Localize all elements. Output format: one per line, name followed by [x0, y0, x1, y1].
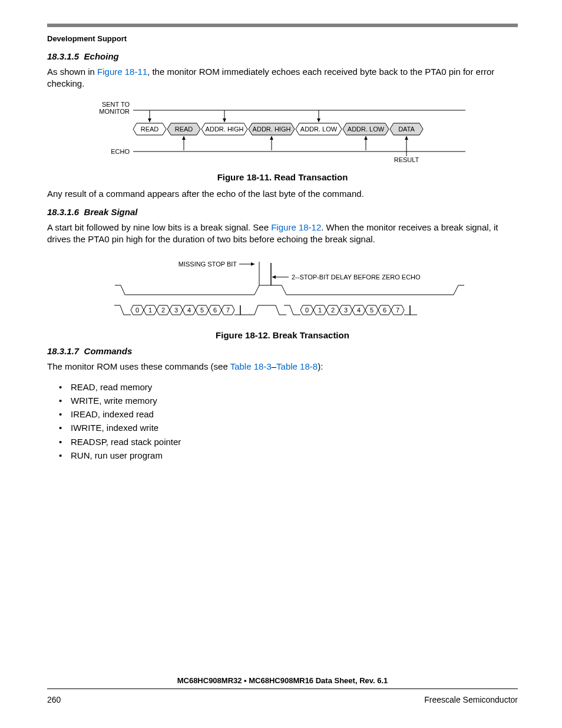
svg-text:5: 5 — [369, 307, 373, 314]
page-header: Development Support — [47, 34, 518, 43]
svg-text:2: 2 — [161, 307, 164, 314]
svg-text:3: 3 — [174, 307, 177, 314]
label-result: RESULT — [394, 156, 419, 163]
svg-text:ADDR. HIGH: ADDR. HIGH — [252, 126, 290, 133]
section-title: Echoing — [84, 51, 119, 61]
label-sent-line2: MONITOR — [99, 108, 130, 115]
svg-text:ADDR. LOW: ADDR. LOW — [300, 126, 337, 133]
text: ): — [318, 361, 323, 371]
section-heading-echoing: 18.3.1.5 Echoing — [47, 51, 518, 61]
label-missing-stop: MISSING STOP BIT — [178, 261, 237, 268]
text: A start bit followed by nine low bits is… — [47, 222, 271, 232]
break-paragraph: A start bit followed by nine low bits is… — [47, 222, 518, 246]
footer-rule — [47, 689, 518, 689]
svg-text:READ: READ — [174, 126, 193, 133]
list-item: IREAD, indexed read — [71, 407, 518, 421]
svg-text:1: 1 — [318, 307, 321, 314]
company-name: Freescale Semiconductor — [424, 695, 518, 704]
table-link-18-8[interactable]: Table 18-8 — [276, 361, 318, 371]
svg-text:6: 6 — [382, 307, 386, 314]
svg-text:5: 5 — [200, 307, 203, 314]
section-heading-break: 18.3.1.6 Break Signal — [47, 207, 518, 217]
label-sent-line1: SENT TO — [101, 101, 130, 108]
footer-title: MC68HC908MR32 • MC68HC908MR16 Data Sheet… — [47, 676, 518, 685]
svg-text:READ: READ — [140, 126, 158, 133]
section-title: Break Signal — [84, 207, 138, 217]
section-num: 18.3.1.6 — [47, 207, 79, 217]
table-link-18-3[interactable]: Table 18-3 — [230, 361, 272, 371]
list-item: RUN, run user program — [71, 449, 518, 462]
svg-text:DATA: DATA — [398, 126, 415, 133]
list-item: WRITE, write memory — [71, 394, 518, 407]
page-footer: MC68HC908MR32 • MC68HC908MR16 Data Sheet… — [47, 676, 518, 704]
svg-text:7: 7 — [226, 307, 229, 314]
svg-text:4: 4 — [356, 307, 360, 314]
svg-text:4: 4 — [187, 307, 190, 314]
figure-18-12: MISSING STOP BIT 2--STOP-BIT DELAY BEFOR… — [47, 253, 518, 324]
svg-text:2: 2 — [330, 307, 334, 314]
figure-caption-18-11: Figure 18-11. Read Transaction — [47, 172, 518, 182]
section-heading-commands: 18.3.1.7 Commands — [47, 346, 518, 356]
text: As shown in — [47, 67, 97, 77]
section-num: 18.3.1.5 — [47, 51, 79, 61]
svg-text:ADDR. LOW: ADDR. LOW — [347, 126, 384, 133]
text: – — [272, 361, 276, 371]
list-item: READ, read memory — [71, 380, 518, 394]
echoing-paragraph: As shown in Figure 18-11, the monitor RO… — [47, 66, 518, 90]
svg-text:ADDR. HIGH: ADDR. HIGH — [205, 126, 243, 133]
list-item: READSP, read stack pointer — [71, 435, 518, 449]
svg-text:1: 1 — [148, 307, 151, 314]
svg-text:0: 0 — [305, 307, 308, 314]
commands-list: READ, read memory WRITE, write memory IR… — [71, 380, 518, 463]
commands-paragraph: The monitor ROM uses these commands (see… — [47, 361, 518, 373]
svg-text:6: 6 — [213, 307, 216, 314]
text: The monitor ROM uses these commands (see — [47, 361, 230, 371]
svg-text:3: 3 — [343, 307, 347, 314]
page-number: 260 — [47, 695, 61, 704]
figure-18-11: SENT TO MONITOR ECHO READREADADDR. HIGHA… — [47, 98, 518, 166]
label-echo: ECHO — [111, 148, 130, 155]
svg-text:0: 0 — [135, 307, 138, 314]
label-delay: 2--STOP-BIT DELAY BEFORE ZERO ECHO — [292, 274, 421, 281]
figure-caption-18-12: Figure 18-12. Break Transaction — [47, 330, 518, 340]
top-rule — [47, 24, 518, 27]
figure-link-18-12[interactable]: Figure 18-12 — [271, 222, 321, 232]
after-fig11-paragraph: Any result of a command appears after th… — [47, 188, 518, 200]
svg-text:7: 7 — [395, 307, 399, 314]
figure-link-18-11[interactable]: Figure 18-11 — [97, 67, 147, 77]
section-title: Commands — [84, 346, 133, 356]
section-num: 18.3.1.7 — [47, 346, 79, 356]
list-item: IWRITE, indexed write — [71, 421, 518, 434]
